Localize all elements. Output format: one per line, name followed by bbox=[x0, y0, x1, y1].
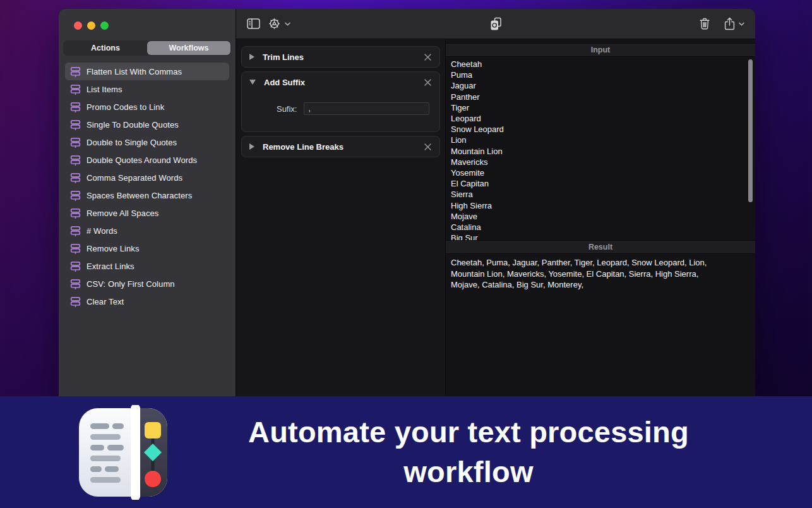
remove-step-button[interactable] bbox=[424, 143, 432, 151]
sidebar-item-clear-text[interactable]: Clear Text bbox=[65, 293, 229, 310]
workflow-icon bbox=[70, 261, 81, 272]
sidebar-item-label: Remove Links bbox=[87, 244, 140, 253]
input-line: Leopard bbox=[451, 113, 746, 124]
sidebar-item-label: Comma Separated Words bbox=[87, 173, 182, 183]
minimize-window-button[interactable] bbox=[87, 21, 95, 30]
remove-step-button[interactable] bbox=[424, 53, 432, 61]
remove-step-button[interactable] bbox=[424, 78, 432, 87]
close-icon bbox=[424, 143, 432, 151]
input-line: Jaguar bbox=[451, 80, 746, 91]
disclosure-collapsed-icon[interactable] bbox=[249, 143, 254, 150]
sidebar-tab-switcher: Actions Workflows bbox=[63, 40, 231, 56]
input-line: Cheetah bbox=[451, 59, 746, 70]
workflow-icon bbox=[70, 84, 81, 95]
step-trim-lines: Trim Lines bbox=[241, 46, 440, 68]
sidebar-item-label: CSV: Only First Column bbox=[87, 279, 175, 289]
workflow-settings-button[interactable] bbox=[267, 16, 290, 31]
toolbar bbox=[236, 9, 755, 39]
sidebar-item-label: Single To Double Quotes bbox=[87, 120, 179, 130]
suffix-field-label: Sufix: bbox=[252, 104, 297, 114]
result-line: Mountain Lion, Mavericks, Yosemite, El C… bbox=[451, 269, 746, 280]
zoom-window-button[interactable] bbox=[100, 21, 109, 30]
result-line: Mojave, Catalina, Big Sur, Monterey, bbox=[451, 279, 746, 291]
input-line: Mojave bbox=[451, 211, 746, 222]
step-header[interactable]: Trim Lines bbox=[242, 47, 439, 67]
share-button[interactable] bbox=[724, 17, 744, 31]
step-header[interactable]: Add Suffix bbox=[242, 72, 439, 92]
workflow-icon bbox=[70, 243, 81, 254]
sidebar-item-csv-only-first-column[interactable]: CSV: Only First Column bbox=[65, 275, 229, 293]
run-workflow-icon bbox=[489, 17, 503, 31]
app-window: Actions Workflows Flatten List With Comm… bbox=[59, 9, 755, 396]
result-header: Result bbox=[446, 240, 755, 254]
close-icon bbox=[424, 53, 432, 61]
input-header: Input bbox=[446, 43, 755, 57]
sidebar-item-extract-links[interactable]: Extract Links bbox=[65, 257, 229, 275]
gear-icon bbox=[267, 16, 282, 31]
run-workflow-button[interactable] bbox=[489, 17, 503, 31]
sidebar: Actions Workflows Flatten List With Comm… bbox=[59, 9, 236, 396]
step-title: Trim Lines bbox=[263, 52, 304, 62]
sidebar-item-single-to-double-quotes[interactable]: Single To Double Quotes bbox=[65, 116, 229, 133]
input-line: Sierra bbox=[451, 189, 746, 200]
delete-workflow-button[interactable] bbox=[698, 17, 711, 30]
step-header[interactable]: Remove Line Breaks bbox=[242, 136, 439, 157]
workflow-list: Flatten List With Commas List Items bbox=[59, 63, 236, 310]
disclosure-expanded-icon[interactable] bbox=[249, 80, 256, 85]
input-line: Panther bbox=[451, 92, 746, 102]
input-line: Lion bbox=[451, 135, 746, 145]
sidebar-item-label: Extract Links bbox=[87, 262, 134, 271]
workflow-icon bbox=[70, 172, 81, 183]
workflow-icon bbox=[70, 155, 81, 166]
input-line: Mountain Lion bbox=[451, 146, 746, 157]
sidebar-item-label: Double to Single Quotes bbox=[87, 138, 177, 147]
input-line: Snow Leopard bbox=[451, 124, 746, 135]
close-icon bbox=[424, 78, 432, 87]
input-line: El Capitan bbox=[451, 178, 746, 189]
input-line: Mavericks bbox=[451, 157, 746, 167]
tab-workflows[interactable]: Workflows bbox=[147, 41, 230, 55]
banner-headline: Automate your text processing workflow bbox=[202, 413, 736, 492]
flow-node-square bbox=[145, 422, 161, 438]
workflow-icon bbox=[70, 226, 81, 236]
workflow-icon bbox=[70, 119, 81, 130]
sidebar-item-list-items[interactable]: List Items bbox=[65, 80, 229, 98]
workflow-icon bbox=[70, 279, 81, 289]
sidebar-item-label: Clear Text bbox=[87, 297, 124, 306]
input-line: Puma bbox=[451, 70, 746, 80]
close-window-button[interactable] bbox=[74, 21, 82, 30]
sidebar-item-label: # Words bbox=[87, 226, 117, 236]
step-title: Add Suffix bbox=[264, 78, 305, 87]
input-line: Yosemite bbox=[451, 167, 746, 178]
sidebar-item-remove-links[interactable]: Remove Links bbox=[65, 239, 229, 257]
result-text-area[interactable]: Cheetah, Puma, Jaguar, Panther, Tiger, L… bbox=[446, 254, 755, 396]
sidebar-item-label: List Items bbox=[87, 85, 122, 94]
sidebar-item-remove-all-spaces[interactable]: Remove All Spaces bbox=[65, 204, 229, 222]
disclosure-collapsed-icon[interactable] bbox=[249, 54, 254, 60]
chevron-down-icon bbox=[285, 22, 290, 26]
suffix-value-input[interactable] bbox=[304, 102, 429, 115]
step-add-suffix: Add Suffix Sufix: bbox=[241, 71, 440, 132]
toggle-sidebar-button[interactable] bbox=[247, 18, 260, 30]
sidebar-item-words[interactable]: # Words bbox=[65, 222, 229, 239]
sidebar-item-flatten-list-with-commas[interactable]: Flatten List With Commas bbox=[65, 63, 229, 80]
workflow-icon bbox=[70, 190, 81, 201]
input-line: Catalina bbox=[451, 222, 746, 233]
sidebar-item-label: Double Quotes Around Words bbox=[87, 155, 197, 165]
input-line: Tiger bbox=[451, 102, 746, 113]
sidebar-item-double-to-single-quotes[interactable]: Double to Single Quotes bbox=[65, 133, 229, 151]
input-scrollbar[interactable] bbox=[748, 59, 753, 202]
result-line: Cheetah, Puma, Jaguar, Panther, Tiger, L… bbox=[451, 257, 746, 269]
tab-actions[interactable]: Actions bbox=[64, 41, 147, 55]
sidebar-item-spaces-between-characters[interactable]: Spaces Between Characters bbox=[65, 186, 229, 204]
sidebar-item-comma-separated-words[interactable]: Comma Separated Words bbox=[65, 169, 229, 186]
trash-icon bbox=[698, 17, 711, 30]
sidebar-item-label: Remove All Spaces bbox=[87, 209, 158, 218]
sidebar-item-promo-codes-to-link[interactable]: Promo Codes to Link bbox=[65, 98, 229, 116]
promo-banner: Automate your text processing workflow bbox=[0, 396, 812, 508]
input-line: High Sierra bbox=[451, 200, 746, 211]
app-icon bbox=[77, 405, 169, 500]
input-text-area[interactable]: CheetahPumaJaguarPantherTigerLeopardSnow… bbox=[446, 57, 755, 240]
sidebar-item-double-quotes-around-words[interactable]: Double Quotes Around Words bbox=[65, 151, 229, 169]
io-panel: Input CheetahPumaJaguarPantherTigerLeopa… bbox=[446, 39, 755, 396]
